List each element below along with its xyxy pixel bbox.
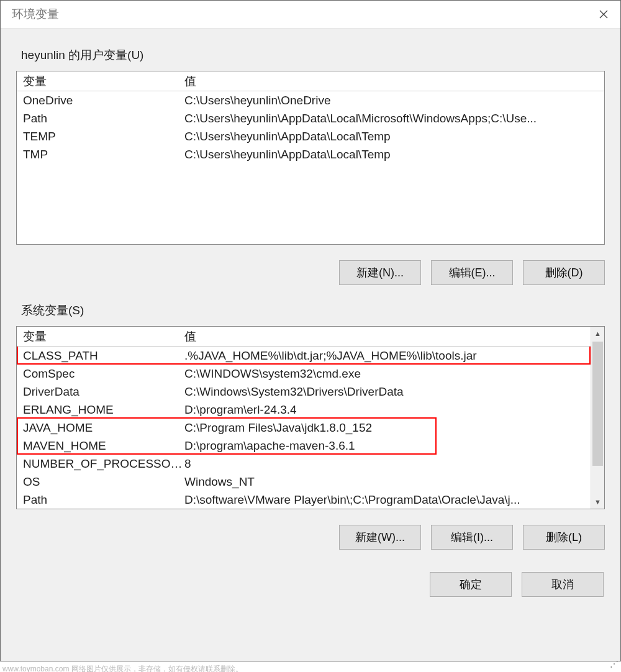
cell-value: C:\Users\heyunlin\AppData\Local\Temp bbox=[184, 130, 604, 143]
environment-variables-dialog: 环境变量 heyunlin 的用户变量(U) 变量 值 OneDriveC:\U… bbox=[0, 0, 621, 661]
cell-name: TEMP bbox=[17, 130, 184, 143]
scroll-thumb[interactable] bbox=[592, 342, 603, 466]
table-row[interactable]: ComSpecC:\WINDOWS\system32\cmd.exe bbox=[17, 365, 604, 383]
system-vars-listbox[interactable]: 变量 值 CLASS_PATH.%JAVA_HOME%\lib\dt.jar;%… bbox=[16, 326, 605, 509]
table-row[interactable]: JAVA_HOMEC:\Program Files\Java\jdk1.8.0_… bbox=[17, 419, 604, 437]
user-delete-button[interactable]: 删除(D) bbox=[523, 260, 605, 285]
window-title: 环境变量 bbox=[12, 6, 59, 22]
cancel-button[interactable]: 取消 bbox=[522, 572, 604, 597]
user-vars-buttons: 新建(N)... 编辑(E)... 删除(D) bbox=[16, 260, 605, 285]
watermark-text: www.toymoban.com 网络图片仅供展示，非存储，如有侵权请联系删除。 bbox=[0, 661, 621, 672]
cell-name: JAVA_HOME bbox=[17, 421, 184, 435]
cell-name: ComSpec bbox=[17, 367, 184, 381]
cell-value: .%JAVA_HOME%\lib\dt.jar;%JAVA_HOME%\lib\… bbox=[184, 349, 604, 363]
cell-value: D:\program\apache-maven-3.6.1 bbox=[184, 439, 604, 453]
table-row[interactable]: TEMPC:\Users\heyunlin\AppData\Local\Temp bbox=[17, 127, 604, 145]
close-icon bbox=[599, 10, 608, 19]
cell-value: C:\Users\heyunlin\OneDrive bbox=[184, 94, 604, 107]
table-row[interactable]: MAVEN_HOMED:\program\apache-maven-3.6.1 bbox=[17, 437, 604, 455]
user-vars-header: 变量 值 bbox=[17, 71, 604, 91]
table-row[interactable]: PathD:\software\VMware Player\bin\;C:\Pr… bbox=[17, 491, 604, 509]
cell-value: D:\program\erl-24.3.4 bbox=[184, 403, 604, 417]
table-row[interactable]: NUMBER_OF_PROCESSORS8 bbox=[17, 455, 604, 473]
cell-value: C:\WINDOWS\system32\cmd.exe bbox=[184, 367, 604, 381]
user-vars-listbox[interactable]: 变量 值 OneDriveC:\Users\heyunlin\OneDriveP… bbox=[16, 71, 605, 245]
scroll-down-icon[interactable]: ▼ bbox=[591, 495, 604, 509]
vertical-scrollbar[interactable]: ▲ ▼ bbox=[591, 327, 604, 509]
table-row[interactable]: OSWindows_NT bbox=[17, 473, 604, 491]
ok-button[interactable]: 确定 bbox=[430, 572, 512, 597]
system-vars-header: 变量 值 bbox=[17, 327, 604, 347]
dialog-content: heyunlin 的用户变量(U) 变量 值 OneDriveC:\Users\… bbox=[1, 29, 620, 661]
titlebar: 环境变量 bbox=[1, 1, 620, 29]
cell-name: NUMBER_OF_PROCESSORS bbox=[17, 457, 184, 471]
cell-value: C:\Users\heyunlin\AppData\Local\Microsof… bbox=[184, 112, 604, 125]
cell-name: TMP bbox=[17, 148, 184, 161]
system-delete-button[interactable]: 删除(L) bbox=[523, 525, 605, 550]
table-row[interactable]: DriverDataC:\Windows\System32\Drivers\Dr… bbox=[17, 383, 604, 401]
system-new-button[interactable]: 新建(W)... bbox=[339, 525, 421, 550]
cell-name: Path bbox=[17, 112, 184, 125]
cell-value: C:\Users\heyunlin\AppData\Local\Temp bbox=[184, 148, 604, 161]
cell-value: C:\Program Files\Java\jdk1.8.0_152 bbox=[184, 421, 604, 435]
cell-name: OneDrive bbox=[17, 94, 184, 107]
cell-value: D:\software\VMware Player\bin\;C:\Progra… bbox=[184, 493, 604, 507]
cell-name: MAVEN_HOME bbox=[17, 439, 184, 453]
cell-value: 8 bbox=[184, 457, 604, 471]
close-button[interactable] bbox=[586, 1, 620, 28]
system-vars-label: 系统变量(S) bbox=[21, 302, 605, 319]
table-row[interactable]: OneDriveC:\Users\heyunlin\OneDrive bbox=[17, 91, 604, 109]
cell-name: DriverData bbox=[17, 385, 184, 399]
user-vars-label: heyunlin 的用户变量(U) bbox=[21, 47, 605, 63]
col-header-value[interactable]: 值 bbox=[184, 73, 604, 89]
cell-value: C:\Windows\System32\Drivers\DriverData bbox=[184, 385, 604, 399]
col-header-name[interactable]: 变量 bbox=[17, 73, 184, 89]
user-edit-button[interactable]: 编辑(E)... bbox=[431, 260, 513, 285]
col-header-value[interactable]: 值 bbox=[184, 329, 604, 345]
system-vars-buttons: 新建(W)... 编辑(I)... 删除(L) bbox=[16, 525, 605, 550]
cell-value: Windows_NT bbox=[184, 475, 604, 489]
cell-name: OS bbox=[17, 475, 184, 489]
cell-name: Path bbox=[17, 493, 184, 507]
table-row[interactable]: CLASS_PATH.%JAVA_HOME%\lib\dt.jar;%JAVA_… bbox=[17, 347, 604, 365]
cell-name: CLASS_PATH bbox=[17, 349, 184, 363]
table-row[interactable]: TMPC:\Users\heyunlin\AppData\Local\Temp bbox=[17, 145, 604, 163]
col-header-name[interactable]: 变量 bbox=[17, 329, 184, 345]
cell-name: ERLANG_HOME bbox=[17, 403, 184, 417]
system-edit-button[interactable]: 编辑(I)... bbox=[431, 525, 513, 550]
dialog-footer: 确定 取消 bbox=[16, 572, 605, 601]
table-row[interactable]: PathC:\Users\heyunlin\AppData\Local\Micr… bbox=[17, 109, 604, 127]
scroll-up-icon[interactable]: ▲ bbox=[591, 327, 604, 340]
user-new-button[interactable]: 新建(N)... bbox=[339, 260, 421, 285]
resize-grip-icon[interactable]: ⋰ bbox=[609, 660, 619, 670]
table-row[interactable]: ERLANG_HOMED:\program\erl-24.3.4 bbox=[17, 401, 604, 419]
